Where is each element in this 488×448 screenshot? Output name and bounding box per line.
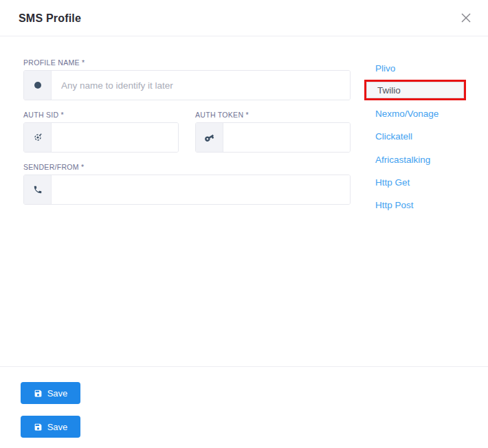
provider-link-africastalking[interactable]: Africastalking: [375, 155, 430, 165]
save-button[interactable]: Save: [21, 382, 80, 404]
close-icon: [461, 12, 472, 23]
auth-sid-group: [23, 122, 179, 153]
provider-link-http-post[interactable]: Http Post: [375, 200, 414, 210]
floppy-disk-icon: [34, 389, 43, 398]
modal-title: SMS Profile: [19, 12, 81, 25]
modal-header: SMS Profile: [0, 0, 488, 36]
save-button-secondary[interactable]: Save: [21, 416, 80, 438]
footer-divider: [0, 366, 488, 367]
auth-token-group: [195, 122, 351, 153]
save-button-label: Save: [47, 388, 68, 399]
provider-link-nexmo-vonage[interactable]: Nexmo/Vonage: [375, 109, 439, 119]
provider-link-plivo[interactable]: Plivo: [375, 63, 395, 74]
floppy-disk-icon: [34, 423, 43, 432]
auth-token-input[interactable]: [223, 123, 350, 152]
sender-from-label: SENDER/FROM *: [23, 163, 85, 171]
auth-sid-label: AUTH SID *: [23, 111, 64, 119]
sender-from-input[interactable]: [52, 175, 350, 204]
sid-crosshair-icon: [24, 123, 52, 152]
save-button-label: Save: [47, 422, 68, 432]
profile-name-label: PROFILE NAME *: [23, 58, 85, 67]
highlight-box-twilio: Twilio: [364, 80, 466, 100]
profile-name-input[interactable]: [52, 71, 350, 100]
phone-icon: [24, 175, 52, 204]
auth-token-label: AUTH TOKEN *: [195, 111, 249, 119]
close-button[interactable]: [459, 11, 473, 25]
key-icon: [196, 123, 223, 152]
provider-link-http-get[interactable]: Http Get: [375, 177, 410, 188]
provider-link-twilio[interactable]: Twilio: [366, 82, 464, 98]
circle-dot-icon: [24, 71, 52, 100]
profile-name-group: [23, 70, 351, 100]
auth-sid-input[interactable]: [52, 123, 178, 152]
sender-from-group: [23, 175, 351, 205]
provider-link-clickatell[interactable]: Clickatell: [375, 131, 412, 142]
